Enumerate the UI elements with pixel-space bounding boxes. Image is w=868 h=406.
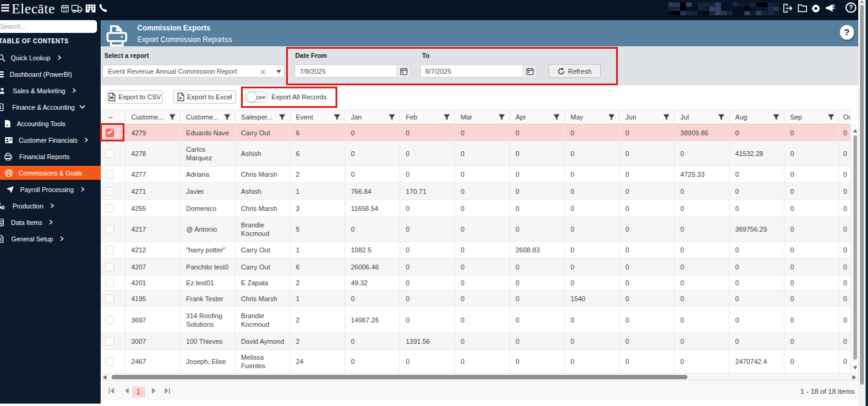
svg-text:x: x: [179, 95, 182, 101]
